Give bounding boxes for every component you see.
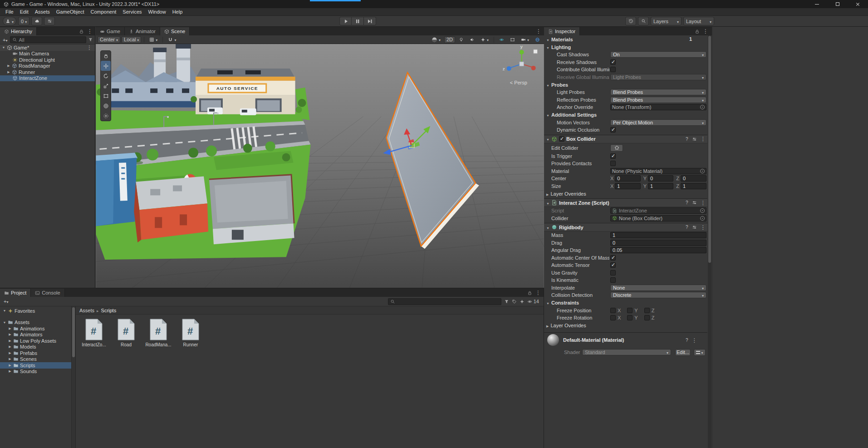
hierarchy-item-roadmanager[interactable]: RoadManager (0, 63, 95, 69)
tab-game[interactable]: Game (96, 27, 125, 35)
collider-ref-field[interactable]: None (Box Collider) (610, 215, 706, 222)
folder-assets-root[interactable]: Assets (0, 320, 71, 326)
tab-hierarchy[interactable]: Hierarchy (0, 27, 37, 35)
size-y-field[interactable]: 1 (648, 183, 673, 189)
view-hand-tool[interactable] (101, 51, 111, 61)
materials-foldout[interactable]: Materials 1 (544, 35, 707, 43)
help-icon[interactable]: ? (686, 200, 688, 205)
freeze-position-y-checkbox[interactable] (627, 308, 633, 313)
breadcrumb-scripts[interactable]: Scripts (101, 308, 117, 313)
menu-gameobject[interactable]: GameObject (53, 9, 88, 15)
provides-contacts-checkbox[interactable] (610, 161, 616, 166)
is-kinematic-checkbox[interactable] (610, 277, 616, 283)
lock-icon[interactable] (695, 29, 700, 34)
edit-collider-button[interactable] (610, 144, 623, 152)
rigidbody-layer-overrides-foldout[interactable]: Layer Overrides (544, 322, 707, 330)
presets-icon[interactable] (692, 225, 697, 230)
freeze-position-z-checkbox[interactable] (644, 308, 650, 313)
foldout-arrow-icon[interactable] (7, 339, 13, 343)
folder-models[interactable]: Models (0, 344, 71, 350)
tab-inspector[interactable]: Inspector (544, 27, 580, 35)
folder-scripts[interactable]: Scripts (0, 362, 71, 369)
object-picker-icon[interactable] (700, 216, 705, 221)
kebab-menu-icon[interactable] (87, 28, 93, 34)
2d-toggle-button[interactable]: 2D (444, 36, 455, 43)
undo-history-button[interactable] (625, 17, 636, 25)
angular-drag-field[interactable]: 0.05 (610, 247, 706, 253)
light-probes-dropdown[interactable]: Blend Probes (610, 89, 706, 95)
shader-edit-button[interactable]: Edit... (675, 349, 691, 356)
lighting-foldout[interactable]: Lighting (544, 43, 707, 51)
folder-sounds[interactable]: Sounds (0, 369, 71, 375)
project-search-input[interactable] (388, 298, 501, 305)
scene-header-row[interactable]: Game* (0, 44, 95, 51)
material-footer-header[interactable]: Default-Material (Material) ? (544, 332, 707, 348)
cast-shadows-dropdown[interactable]: On (610, 51, 706, 58)
tool-handle-rotation-dropdown[interactable]: Local (122, 36, 141, 43)
probes-foldout[interactable]: Probes (544, 81, 707, 89)
move-tool[interactable] (101, 61, 111, 71)
foldout-arrow-icon[interactable] (7, 364, 13, 367)
drag-field[interactable]: 0 (610, 240, 706, 246)
scene-viewport[interactable]: AUTO SERVICE (96, 44, 544, 288)
kebab-menu-icon[interactable] (701, 224, 706, 231)
tab-project[interactable]: Project (0, 289, 31, 297)
box-collider-header[interactable]: Box Collider ? (544, 135, 707, 143)
menu-edit[interactable]: Edit (17, 9, 32, 15)
menu-file[interactable]: File (2, 9, 17, 15)
rect-tool[interactable] (101, 91, 111, 101)
scene-audio-toggle[interactable] (467, 36, 477, 43)
filter-by-label-icon[interactable] (512, 299, 517, 304)
additional-settings-foldout[interactable]: Additional Settings (544, 111, 707, 119)
foldout-arrow-icon[interactable] (7, 333, 13, 336)
play-button[interactable] (339, 17, 352, 25)
hidden-packages-toggle[interactable]: 14 (527, 299, 541, 304)
folder-scenes[interactable]: Scenes (0, 356, 71, 363)
menu-assets[interactable]: Assets (32, 9, 53, 15)
scene-visibility-toggle[interactable] (497, 36, 506, 43)
foldout-arrow-icon[interactable] (7, 357, 13, 361)
mass-field[interactable]: 1 (610, 232, 706, 238)
asset-roadmanager-script[interactable]: # RoadMana... (146, 318, 171, 347)
foldout-arrow-icon[interactable] (6, 70, 11, 74)
pause-button[interactable] (352, 17, 364, 25)
menu-services[interactable]: Services (119, 9, 145, 15)
foldout-arrow-icon[interactable] (2, 321, 7, 324)
folder-animators[interactable]: Animators (0, 332, 71, 338)
help-icon[interactable]: ? (686, 338, 688, 343)
restore-button[interactable] (827, 0, 848, 8)
search-button[interactable] (638, 17, 649, 25)
tab-console[interactable]: Console (31, 289, 64, 297)
foldout-arrow-icon[interactable] (2, 309, 7, 312)
scale-tool[interactable] (101, 81, 111, 91)
foldout-arrow-icon[interactable] (7, 327, 13, 330)
favorites-star-icon[interactable] (520, 299, 525, 304)
auto-center-of-mass-checkbox[interactable] (610, 255, 616, 261)
foldout-arrow-icon[interactable] (1, 46, 6, 49)
grid-visibility-button[interactable] (147, 36, 160, 43)
is-trigger-checkbox[interactable] (610, 153, 616, 159)
kebab-menu-icon[interactable] (87, 44, 92, 51)
material-menu-button[interactable] (694, 349, 706, 356)
account-button[interactable] (3, 17, 16, 25)
auto-tensor-checkbox[interactable] (610, 262, 616, 268)
rigidbody-header[interactable]: Rigidbody ? (544, 223, 707, 231)
constraints-foldout[interactable]: Constraints (544, 299, 707, 307)
freeze-rotation-z-checkbox[interactable] (644, 315, 650, 320)
scrollbar-thumb[interactable] (708, 36, 711, 263)
interpolate-dropdown[interactable]: None (610, 285, 706, 291)
reflection-probes-dropdown[interactable]: Blend Probes (610, 97, 706, 103)
collider-layer-overrides-foldout[interactable]: Layer Overrides (544, 190, 707, 197)
folder-tree-scrollbar[interactable] (71, 306, 75, 448)
step-button[interactable] (364, 17, 376, 25)
tab-animator[interactable]: Animator (125, 27, 160, 35)
snap-toggle-button[interactable] (166, 36, 178, 43)
tool-handle-pivot-dropdown[interactable]: Center (98, 36, 120, 43)
menu-component[interactable]: Component (87, 9, 119, 15)
hierarchy-item-interactzone[interactable]: InteractZone (0, 75, 95, 82)
presets-icon[interactable] (692, 137, 697, 142)
perspective-label[interactable]: < Persp (510, 80, 527, 85)
lock-icon[interactable] (527, 290, 532, 295)
foldout-arrow-icon[interactable] (7, 351, 13, 355)
favorites-foldout[interactable]: Favorites (0, 308, 71, 314)
